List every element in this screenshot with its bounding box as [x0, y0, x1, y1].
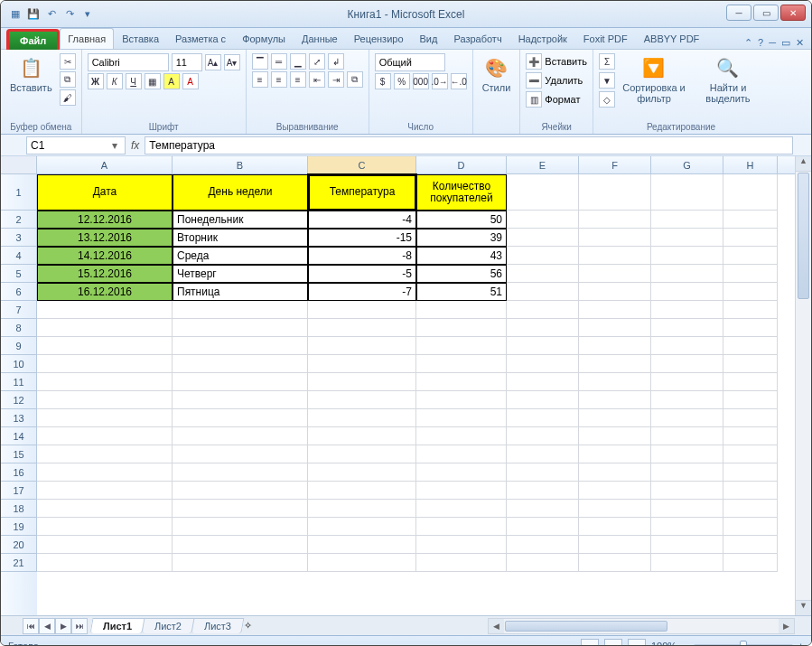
scroll-up-icon[interactable]: ▲ [796, 156, 811, 172]
wrap-text-icon[interactable]: ↲ [328, 53, 344, 70]
cell[interactable] [37, 373, 173, 391]
ribbon-tab[interactable]: Данные [294, 28, 346, 49]
vertical-scrollbar[interactable]: ▲ ▼ [795, 156, 811, 615]
cell[interactable] [37, 391, 173, 409]
row-header[interactable]: 3 [1, 229, 37, 247]
cell[interactable] [579, 211, 651, 229]
cell[interactable] [416, 301, 507, 319]
cell[interactable] [579, 463, 651, 482]
cell[interactable] [416, 518, 507, 536]
cell[interactable] [173, 536, 308, 554]
cell[interactable] [579, 409, 651, 427]
insert-cells-label[interactable]: Вставить [545, 56, 587, 67]
cell[interactable] [416, 319, 507, 337]
row-header[interactable]: 19 [1, 518, 37, 536]
align-center-icon[interactable]: ≡ [271, 71, 287, 88]
cell[interactable] [507, 174, 579, 211]
cell[interactable] [651, 283, 723, 301]
ribbon-tab[interactable]: ABBYY PDF [636, 28, 708, 49]
view-normal-icon[interactable] [581, 639, 599, 647]
cell[interactable] [507, 355, 579, 373]
cell[interactable] [579, 500, 651, 518]
row-header[interactable]: 12 [1, 391, 37, 409]
cell[interactable] [507, 536, 579, 554]
cell[interactable] [173, 373, 308, 391]
sheet-tab[interactable]: Лист1 [90, 618, 145, 633]
row-header[interactable]: 4 [1, 247, 37, 265]
scroll-thumb[interactable] [798, 173, 809, 299]
redo-icon[interactable]: ↷ [62, 7, 77, 22]
currency-icon[interactable]: $ [375, 73, 391, 89]
underline-icon[interactable]: Ч [126, 73, 142, 89]
cell[interactable] [651, 247, 723, 265]
horizontal-scrollbar[interactable]: ◀ ▶ [488, 618, 795, 634]
new-sheet-icon[interactable]: ✧ [244, 620, 252, 632]
cell[interactable] [723, 554, 778, 572]
cell[interactable] [507, 283, 579, 301]
cell[interactable] [37, 445, 173, 463]
cell[interactable] [723, 445, 778, 463]
cell[interactable] [651, 482, 723, 500]
cell[interactable] [651, 554, 723, 572]
cell[interactable] [416, 337, 507, 355]
cell[interactable] [308, 355, 416, 373]
cell[interactable]: -5 [308, 265, 416, 283]
dec-decimal-icon[interactable]: ←.0 [451, 73, 467, 89]
cell[interactable]: Среда [173, 247, 308, 265]
cell[interactable] [579, 265, 651, 283]
cell[interactable] [579, 373, 651, 391]
row-header[interactable]: 21 [1, 554, 37, 572]
cell[interactable] [651, 463, 723, 482]
cell[interactable] [723, 427, 778, 445]
sheet-nav-first-icon[interactable]: ⏮ [23, 618, 39, 634]
delete-cells-label[interactable]: Удалить [545, 75, 583, 86]
row-header[interactable]: 8 [1, 319, 37, 337]
column-header[interactable]: H [723, 156, 778, 173]
cell[interactable] [416, 355, 507, 373]
column-header[interactable]: G [651, 156, 723, 173]
cell[interactable]: 50 [416, 211, 507, 229]
cell[interactable] [723, 174, 778, 211]
view-pagebreak-icon[interactable] [628, 639, 646, 647]
row-header[interactable]: 7 [1, 301, 37, 319]
cell[interactable] [507, 427, 579, 445]
cell[interactable] [37, 319, 173, 337]
wb-restore-icon[interactable]: ▭ [781, 37, 790, 49]
row-header[interactable]: 16 [1, 463, 37, 482]
cell[interactable] [723, 463, 778, 482]
cell[interactable] [579, 554, 651, 572]
cell[interactable] [723, 391, 778, 409]
row-header[interactable]: 18 [1, 500, 37, 518]
clear-icon[interactable]: ◇ [599, 91, 615, 108]
cell[interactable] [173, 463, 308, 482]
row-header[interactable]: 15 [1, 445, 37, 463]
save-icon[interactable]: 💾 [26, 7, 41, 22]
cell[interactable] [308, 301, 416, 319]
cell[interactable] [308, 536, 416, 554]
ribbon-tab[interactable]: Надстройк [510, 28, 575, 49]
help-icon[interactable]: ? [758, 37, 763, 49]
qat-more-icon[interactable]: ▾ [80, 7, 95, 22]
cell[interactable]: -8 [308, 247, 416, 265]
cell[interactable] [651, 391, 723, 409]
cell[interactable] [308, 409, 416, 427]
hscroll-thumb[interactable] [505, 621, 667, 632]
font-size-combo[interactable]: 11 [172, 53, 202, 71]
cell[interactable] [651, 373, 723, 391]
cell[interactable] [723, 409, 778, 427]
cell[interactable] [723, 319, 778, 337]
bold-icon[interactable]: Ж [88, 73, 104, 89]
cell[interactable]: 51 [416, 283, 507, 301]
cell[interactable] [651, 337, 723, 355]
comma-icon[interactable]: 000 [413, 73, 429, 89]
cell[interactable] [416, 500, 507, 518]
ribbon-tab[interactable]: Формулы [234, 28, 294, 49]
cell[interactable] [416, 482, 507, 500]
cells-area[interactable]: ДатаДень неделиТемператураКоличество пок… [37, 174, 795, 615]
format-painter-icon[interactable]: 🖌 [60, 89, 76, 106]
cell[interactable] [173, 554, 308, 572]
cell[interactable] [37, 463, 173, 482]
cell[interactable] [173, 409, 308, 427]
column-header[interactable]: B [173, 156, 308, 173]
row-header[interactable]: 17 [1, 482, 37, 500]
